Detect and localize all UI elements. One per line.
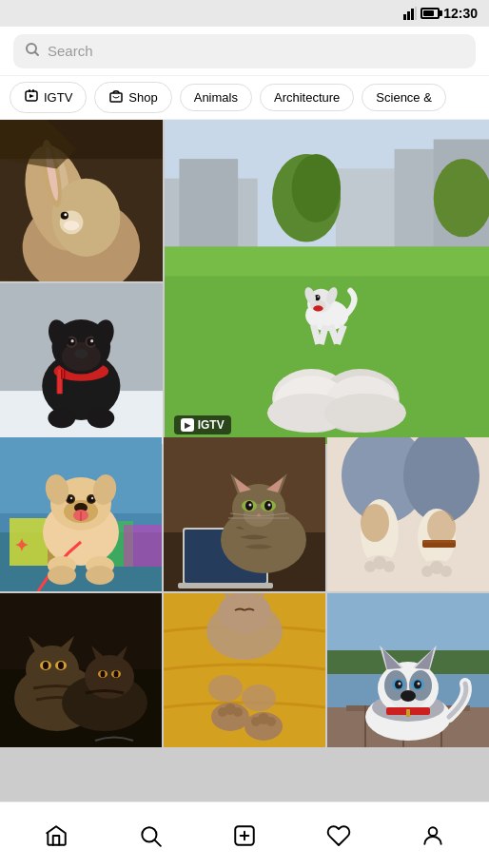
home-icon <box>44 823 68 848</box>
svg-point-141 <box>440 566 452 577</box>
grid-scroll: ▶ IGTV ✦ <box>0 120 489 801</box>
svg-point-61 <box>317 296 319 298</box>
architecture-pill-label: Architecture <box>274 90 340 105</box>
svg-rect-106 <box>178 583 273 588</box>
search-bar-inner[interactable]: Search <box>13 34 476 68</box>
svg-point-151 <box>58 662 64 669</box>
svg-marker-2 <box>411 9 414 20</box>
search-bar[interactable]: Search <box>0 27 489 76</box>
grid-cell-dog-scarf[interactable] <box>0 283 163 445</box>
svg-marker-3 <box>415 7 417 20</box>
svg-line-5 <box>35 51 39 55</box>
grid-cell-dog-park[interactable]: ▶ IGTV <box>165 120 489 444</box>
bottom-nav <box>0 801 489 868</box>
svg-rect-143 <box>422 540 456 543</box>
filter-pill-science[interactable]: Science & <box>362 84 446 111</box>
svg-point-117 <box>249 504 252 507</box>
filter-pill-igtv[interactable]: IGTV <box>10 82 87 113</box>
heart-icon <box>326 823 351 848</box>
igtv-badge: ▶ IGTV <box>174 415 231 434</box>
science-pill-label: Science & <box>376 90 432 105</box>
grid-cell-dog-feet[interactable] <box>327 437 489 591</box>
search-placeholder: Search <box>48 43 93 59</box>
grid-row-1: ▶ IGTV <box>0 120 489 435</box>
nav-item-profile[interactable] <box>409 812 457 859</box>
svg-rect-28 <box>58 369 62 394</box>
svg-point-175 <box>218 593 271 633</box>
igtv-pill-icon <box>24 88 39 106</box>
row1-left-stack <box>0 120 163 444</box>
svg-rect-82 <box>124 525 162 567</box>
svg-point-120 <box>268 504 271 507</box>
svg-point-92 <box>91 497 93 499</box>
svg-point-101 <box>86 566 114 585</box>
svg-rect-46 <box>179 159 238 257</box>
status-icons: 12:30 <box>403 6 478 21</box>
svg-point-89 <box>70 497 72 499</box>
svg-rect-54 <box>165 247 489 277</box>
svg-point-170 <box>233 707 243 717</box>
svg-marker-1 <box>407 11 410 20</box>
svg-text:✦: ✦ <box>14 536 29 555</box>
svg-point-133 <box>427 511 456 545</box>
nav-item-home[interactable] <box>32 812 80 859</box>
grid-cell-husky[interactable] <box>327 593 489 747</box>
svg-rect-8 <box>32 89 34 92</box>
svg-point-149 <box>43 662 49 669</box>
svg-point-59 <box>313 305 323 311</box>
svg-point-43 <box>87 408 114 428</box>
igtv-pill-label: IGTV <box>44 90 72 105</box>
svg-point-165 <box>242 685 276 711</box>
svg-marker-9 <box>29 94 34 98</box>
svg-point-173 <box>266 717 276 726</box>
search-nav-icon <box>138 823 163 848</box>
svg-line-206 <box>155 839 161 845</box>
svg-point-75 <box>323 394 405 433</box>
svg-point-132 <box>361 504 389 542</box>
svg-marker-0 <box>403 14 406 20</box>
shop-pill-label: Shop <box>128 90 157 105</box>
nav-item-activity[interactable] <box>315 812 362 859</box>
svg-rect-7 <box>29 89 30 92</box>
svg-point-19 <box>64 221 79 230</box>
svg-point-18 <box>64 213 67 216</box>
svg-point-157 <box>101 671 106 678</box>
svg-point-138 <box>383 561 395 572</box>
shop-pill-icon <box>108 88 124 106</box>
animals-pill-label: Animals <box>194 90 238 105</box>
add-icon <box>232 823 257 848</box>
photo-grid: ▶ IGTV ✦ <box>0 120 489 747</box>
grid-row-3 <box>0 593 489 747</box>
status-time: 12:30 <box>443 6 478 21</box>
grid-cell-cats-cuddle[interactable] <box>0 593 162 747</box>
filter-bar: IGTV Shop Animals Architecture Science & <box>0 76 489 120</box>
status-bar: 12:30 <box>0 0 489 27</box>
grid-cell-cat-laptop[interactable] <box>164 437 325 591</box>
svg-point-210 <box>428 827 437 836</box>
grid-cell-cat-blanket[interactable] <box>164 593 325 747</box>
igtv-badge-label: IGTV <box>198 418 225 432</box>
svg-point-35 <box>71 339 74 342</box>
svg-point-39 <box>74 349 88 358</box>
svg-rect-204 <box>406 709 410 717</box>
grid-cell-rabbit[interactable] <box>0 120 163 281</box>
svg-point-38 <box>90 339 93 342</box>
svg-point-198 <box>401 690 416 702</box>
nav-item-search[interactable] <box>127 812 174 859</box>
svg-point-100 <box>48 566 76 585</box>
signal-icon <box>403 7 417 20</box>
svg-point-51 <box>291 154 340 222</box>
grid-cell-pitbull[interactable]: ✦ <box>0 437 162 591</box>
grid-row-2: ✦ <box>0 437 489 591</box>
svg-point-42 <box>48 408 75 428</box>
filter-pill-architecture[interactable]: Architecture <box>260 84 354 111</box>
svg-point-197 <box>418 683 421 685</box>
svg-point-88 <box>68 496 74 503</box>
nav-item-add[interactable] <box>221 812 268 859</box>
svg-point-164 <box>208 675 243 702</box>
filter-pill-animals[interactable]: Animals <box>180 84 252 111</box>
search-icon <box>25 42 40 61</box>
svg-point-159 <box>114 671 119 678</box>
svg-point-194 <box>399 683 401 685</box>
filter-pill-shop[interactable]: Shop <box>94 82 171 113</box>
